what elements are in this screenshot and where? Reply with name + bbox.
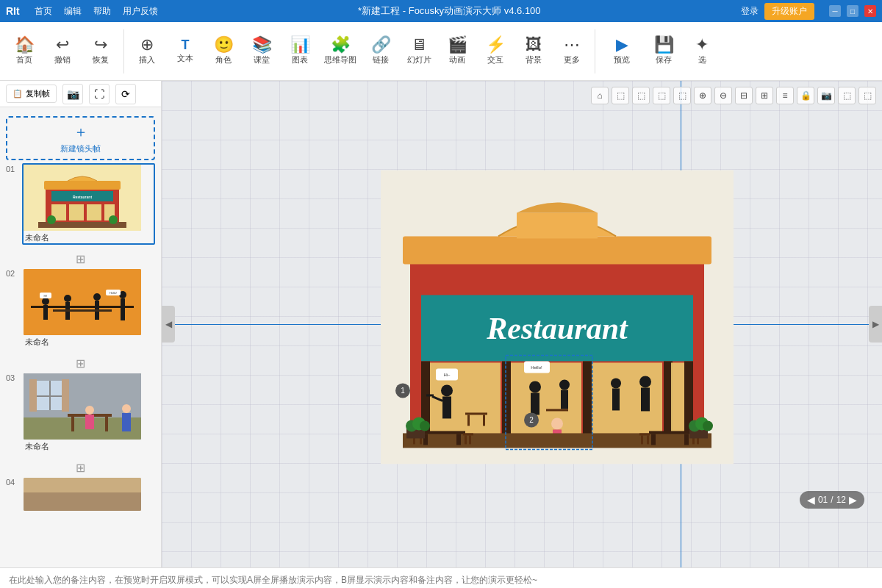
svg-rect-87 <box>469 435 471 444</box>
svg-point-41 <box>122 404 131 413</box>
canvas-frame-btn-1[interactable]: ⬚ <box>612 87 629 104</box>
canvas-snap-btn[interactable]: 🔒 <box>797 87 814 104</box>
svg-rect-67 <box>561 390 568 409</box>
toolbar-link[interactable]: 🔗 链接 <box>362 34 399 68</box>
toolbar-insert[interactable]: ⊕ 插入 <box>129 34 165 68</box>
screenshot-button[interactable]: 📷 <box>62 84 83 104</box>
toolbar-undo[interactable]: ↩ 撤销 <box>44 34 81 68</box>
slide-04-svg <box>24 478 141 511</box>
slide-num-04: 04 <box>6 478 18 487</box>
svg-text:Restaurant: Restaurant <box>486 312 628 345</box>
menu-feedback[interactable]: 用户反馈 <box>123 5 158 18</box>
svg-rect-40 <box>85 415 94 429</box>
minimize-button[interactable]: ─ <box>829 5 841 17</box>
toolbar-select[interactable]: ✦ 选 <box>684 34 720 68</box>
canvas-frame-btn-4[interactable]: ⬚ <box>673 87 691 104</box>
canvas-home-btn[interactable]: ⌂ <box>591 87 609 104</box>
restaurant-svg: Restaurant <box>381 170 734 464</box>
canvas-frame-btn-3[interactable]: ⬚ <box>653 87 670 104</box>
notes-input[interactable] <box>9 574 873 588</box>
toolbar-slideshow-label: 幻灯片 <box>407 54 431 65</box>
canvas-camera-btn[interactable]: 📷 <box>817 87 835 104</box>
slide-preview-01: Restaurant <box>24 165 141 231</box>
menu-bar: 首页 编辑 帮助 用户反馈 <box>35 5 158 18</box>
svg-point-10 <box>47 215 56 224</box>
canvas-extra-btn-1[interactable]: ⬚ <box>838 87 856 104</box>
prev-page-button[interactable]: ◀ <box>807 494 815 506</box>
toolbar-animation[interactable]: 🎬 动画 <box>439 34 476 68</box>
mindmap-icon: 🧩 <box>331 37 351 53</box>
toolbar-preview[interactable]: ▶ 预览 <box>600 34 644 68</box>
canvas-frame-btn-2[interactable]: ⬚ <box>632 87 650 104</box>
toolbar-save[interactable]: 💾 保存 <box>645 34 682 68</box>
svg-rect-91 <box>639 433 650 435</box>
maximize-button[interactable]: □ <box>847 5 858 17</box>
slide-preview-03 <box>24 373 141 440</box>
menu-file[interactable]: 首页 <box>35 5 52 18</box>
toolbar-redo[interactable]: ↪ 恢复 <box>82 34 119 68</box>
slides-list: ＋ 新建镜头帧 01 <box>0 107 161 567</box>
toolbar-text[interactable]: T 文本 <box>167 35 204 67</box>
slide-sep-2: ⊞ <box>6 355 155 372</box>
svg-rect-34 <box>29 379 37 412</box>
toolbar-mindmap[interactable]: 🧩 思维导图 <box>320 34 361 68</box>
toolbar-background[interactable]: 🖼 背景 <box>515 34 552 68</box>
slide-01-container: Restaurant <box>22 163 155 245</box>
main-content: 📋 复制帧 📷 ⛶ ⟳ ＋ 新建镜头帧 01 <box>0 81 882 567</box>
upgrade-button[interactable]: 升级账户 <box>764 3 814 20</box>
slide-num-02: 02 <box>6 269 18 278</box>
canvas-zoom-in-btn[interactable]: ⊕ <box>694 87 711 104</box>
restaurant-scene: Restaurant <box>381 170 734 466</box>
svg-point-72 <box>639 376 651 387</box>
toolbar-classroom[interactable]: 📚 课堂 <box>243 34 280 68</box>
badge-2: 2 <box>524 412 539 427</box>
svg-rect-61 <box>442 396 451 418</box>
toolbar-more[interactable]: ⋯ 更多 <box>553 34 590 68</box>
svg-point-18 <box>93 293 101 301</box>
svg-rect-89 <box>651 434 656 445</box>
character-icon: 🙂 <box>214 37 234 53</box>
main-toolbar: 🏠 首页 ↩ 撤销 ↪ 恢复 ⊕ 插入 T 文本 🙂 角色 📚 课堂 📊 图表 … <box>0 22 882 81</box>
slide-thumb-02[interactable]: Hi! Hello! 未命名 <box>22 268 155 349</box>
chart-icon: 📊 <box>290 37 310 53</box>
right-collapse-button[interactable]: ▶ <box>869 306 882 343</box>
refresh-button[interactable]: ⟳ <box>115 84 136 104</box>
plus-icon: ＋ <box>74 122 88 142</box>
toolbar-classroom-label: 课堂 <box>254 54 270 65</box>
total-pages: 12 <box>836 495 846 505</box>
canvas-extra-btn-2[interactable]: ⬚ <box>858 87 876 104</box>
svg-point-11 <box>109 215 118 224</box>
slide-label-02: 未命名 <box>24 337 154 348</box>
canvas-align-btn[interactable]: ≡ <box>776 87 794 104</box>
svg-rect-47 <box>403 236 711 264</box>
svg-point-66 <box>559 379 570 390</box>
slide-thumb-04[interactable] <box>22 476 155 512</box>
insert-icon: ⊕ <box>140 37 154 53</box>
menu-edit[interactable]: 编辑 <box>64 5 82 18</box>
toolbar-redo-label: 恢复 <box>93 54 109 65</box>
copy-frame-button[interactable]: 📋 复制帧 <box>6 85 57 103</box>
toolbar-character[interactable]: 🙂 角色 <box>205 34 242 68</box>
panel-collapse-button[interactable]: ◀ <box>162 306 175 343</box>
svg-rect-88 <box>649 431 693 434</box>
svg-text:Hi~: Hi~ <box>443 373 451 377</box>
new-frame-button[interactable]: ＋ 新建镜头帧 <box>6 116 155 160</box>
svg-point-16 <box>64 295 71 302</box>
close-button[interactable]: ✕ <box>864 5 876 17</box>
canvas-zoom-out-btn[interactable]: ⊖ <box>714 87 732 104</box>
next-page-button[interactable]: ▶ <box>849 494 857 506</box>
slides-panel: 📋 复制帧 📷 ⛶ ⟳ ＋ 新建镜头帧 01 <box>0 81 162 567</box>
canvas-grid-btn[interactable]: ⊞ <box>756 87 773 104</box>
home-icon: 🏠 <box>15 37 35 53</box>
slide-thumb-01[interactable]: Restaurant <box>22 163 155 245</box>
toolbar-chart[interactable]: 📊 图表 <box>282 34 318 68</box>
toolbar-interact[interactable]: ⚡ 交互 <box>477 34 514 68</box>
fullscreen-button[interactable]: ⛶ <box>89 84 110 104</box>
menu-help[interactable]: 帮助 <box>93 5 111 18</box>
slide-thumb-03[interactable]: 未命名 <box>22 372 155 453</box>
svg-rect-2 <box>44 181 121 190</box>
toolbar-slideshow[interactable]: 🖥 幻灯片 <box>401 34 437 68</box>
toolbar-home[interactable]: 🏠 首页 <box>6 34 43 68</box>
canvas-fit-btn[interactable]: ⊟ <box>735 87 753 104</box>
login-button[interactable]: 登录 <box>741 5 759 18</box>
